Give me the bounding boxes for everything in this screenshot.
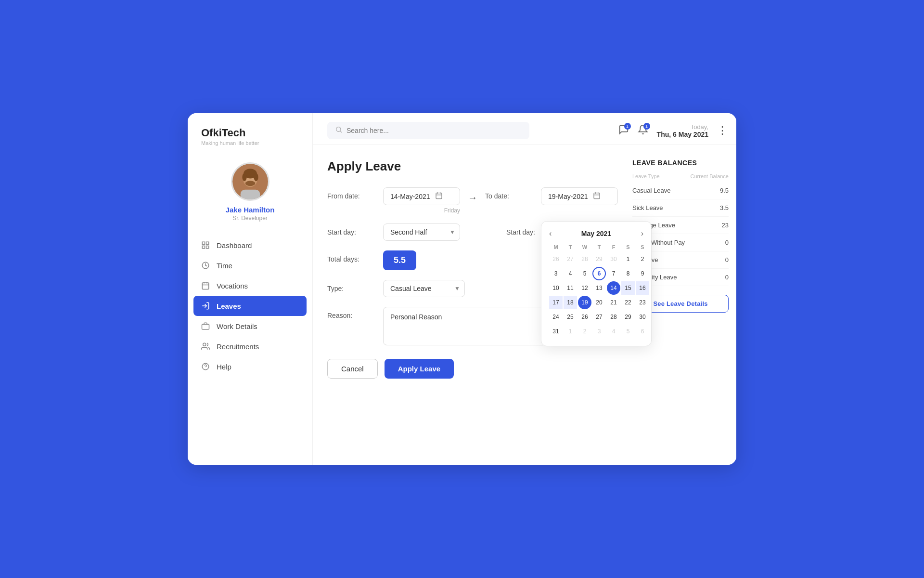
calendar-day[interactable]: 18 xyxy=(564,296,577,309)
svg-rect-24 xyxy=(436,193,442,199)
svg-rect-28 xyxy=(594,193,600,199)
grid-icon xyxy=(201,241,210,250)
start-day-select-wrap: Full Day First Half Second Half ▼ xyxy=(383,223,460,241)
svg-point-22 xyxy=(336,127,341,131)
sidebar-item-leaves[interactable]: Leaves xyxy=(193,296,307,316)
to-date-input[interactable]: 19-May-2021 xyxy=(541,187,618,205)
from-date-wrap: 14-May-2021 Friday xyxy=(383,187,460,214)
reason-label: Reason: xyxy=(327,307,375,319)
calendar-day[interactable]: 24 xyxy=(549,310,563,324)
calendar-day[interactable]: 2 xyxy=(636,252,649,266)
page-title: Apply Leave xyxy=(327,159,618,174)
sidebar-item-vocations[interactable]: Vocations xyxy=(188,276,312,296)
total-days-label: Total days: xyxy=(327,250,375,263)
lb-type: Casual Leave xyxy=(632,187,671,194)
calendar-grid: M T W T F S S 26272829301234567891011121… xyxy=(549,243,643,338)
calendar-day[interactable]: 2 xyxy=(578,325,591,338)
calendar-day[interactable]: 14 xyxy=(607,281,620,295)
lb-balance: 23 xyxy=(722,222,729,229)
message-icon[interactable]: 1 xyxy=(618,124,629,137)
calendar-day[interactable]: 3 xyxy=(549,267,563,280)
calendar-day[interactable]: 27 xyxy=(592,310,606,324)
calendar-day[interactable]: 6 xyxy=(592,267,606,280)
sidebar-item-work-details[interactable]: Work Details xyxy=(188,316,312,336)
calendar-day[interactable]: 9 xyxy=(636,267,649,280)
search-bar xyxy=(327,122,529,139)
calendar-day[interactable]: 11 xyxy=(564,281,577,295)
cal-next-button[interactable]: › xyxy=(641,229,643,238)
search-input[interactable] xyxy=(346,127,522,134)
calendar-day[interactable]: 12 xyxy=(578,281,591,295)
nav-menu: Dashboard Time Vocations L xyxy=(188,235,312,377)
calendar-day[interactable]: 16 xyxy=(636,281,649,295)
calendar-day[interactable]: 17 xyxy=(549,296,563,309)
to-calendar-icon[interactable] xyxy=(593,192,601,201)
calendar-day[interactable]: 8 xyxy=(621,267,635,280)
calendar-day[interactable]: 13 xyxy=(592,281,606,295)
sidebar-item-time[interactable]: Time xyxy=(188,255,312,276)
calendar-day[interactable]: 5 xyxy=(578,267,591,280)
calendar-day[interactable]: 6 xyxy=(636,325,649,338)
sidebar-item-recruitments[interactable]: Recruitments xyxy=(188,336,312,356)
calendar-day[interactable]: 26 xyxy=(549,252,563,266)
from-calendar-icon[interactable] xyxy=(435,192,443,201)
calendar-day[interactable]: 28 xyxy=(578,252,591,266)
svg-line-23 xyxy=(340,131,342,132)
logo-area: OfkiTech Making human life better xyxy=(188,127,272,155)
sidebar-item-dashboard[interactable]: Dashboard xyxy=(188,235,312,255)
calendar-day[interactable]: 20 xyxy=(592,296,606,309)
form-actions: Cancel Apply Leave xyxy=(327,359,618,379)
help-icon xyxy=(201,362,210,371)
calendar-day[interactable]: 26 xyxy=(578,310,591,324)
calendar-day[interactable]: 1 xyxy=(621,252,635,266)
to-date-section: 19-May-2021 ‹ May 2021 › xyxy=(541,187,618,205)
svg-point-4 xyxy=(242,173,246,181)
from-date-input[interactable]: 14-May-2021 xyxy=(383,187,460,205)
clock-icon xyxy=(201,261,210,270)
cal-header-f: F xyxy=(607,243,620,251)
calendar-day[interactable]: 4 xyxy=(607,325,620,338)
notification-badge: 1 xyxy=(643,123,650,130)
start-day-select[interactable]: Full Day First Half Second Half xyxy=(383,223,460,241)
calendar-day[interactable]: 22 xyxy=(621,296,635,309)
svg-point-5 xyxy=(254,173,258,181)
calendar-day[interactable]: 10 xyxy=(549,281,563,295)
calendar-header: ‹ May 2021 › xyxy=(549,229,643,238)
total-days-badge: 5.5 xyxy=(383,250,416,270)
calendar-day[interactable]: 23 xyxy=(636,296,649,309)
notification-icon[interactable]: 1 xyxy=(638,124,648,137)
calendar-day[interactable]: 27 xyxy=(564,252,577,266)
calendar-day[interactable]: 21 xyxy=(607,296,620,309)
cal-prev-button[interactable]: ‹ xyxy=(549,229,552,238)
calendar-day[interactable]: 29 xyxy=(621,310,635,324)
start-day-label: Start day: xyxy=(327,223,375,236)
to-date-value: 19-May-2021 xyxy=(548,193,588,200)
calendar-day[interactable]: 15 xyxy=(621,281,635,295)
calendar-day[interactable]: 19 xyxy=(578,296,591,309)
logo-tagline: Making human life better xyxy=(201,140,259,146)
calendar-day[interactable]: 7 xyxy=(607,267,620,280)
sidebar-label-work-details: Work Details xyxy=(217,322,257,330)
cal-header-s1: S xyxy=(621,243,635,251)
calendar-day[interactable]: 29 xyxy=(592,252,606,266)
apply-leave-button[interactable]: Apply Leave xyxy=(385,359,454,379)
lb-header-row: Leave Type Current Balance xyxy=(632,173,729,179)
calendar-day[interactable]: 3 xyxy=(592,325,606,338)
calendar-day[interactable]: 31 xyxy=(549,325,563,338)
leave-balances-title: LEAVE BALANCES xyxy=(632,159,729,167)
from-date-day: Friday xyxy=(383,207,460,214)
sidebar-item-help[interactable]: Help xyxy=(188,356,312,377)
calendar-day[interactable]: 25 xyxy=(564,310,577,324)
calendar-month-year: May 2021 xyxy=(581,230,611,237)
calendar-day[interactable]: 4 xyxy=(564,267,577,280)
calendar-day[interactable]: 30 xyxy=(607,252,620,266)
cancel-button[interactable]: Cancel xyxy=(327,359,378,379)
lb-col-type: Leave Type xyxy=(632,173,660,179)
more-menu-icon[interactable]: ⋮ xyxy=(717,124,729,137)
calendar-day[interactable]: 28 xyxy=(607,310,620,324)
svg-rect-18 xyxy=(202,324,209,329)
calendar-day[interactable]: 5 xyxy=(621,325,635,338)
type-select[interactable]: Casual Leave Sick Leave Privilege Leave … xyxy=(383,280,465,297)
calendar-day[interactable]: 1 xyxy=(564,325,577,338)
calendar-day[interactable]: 30 xyxy=(636,310,649,324)
